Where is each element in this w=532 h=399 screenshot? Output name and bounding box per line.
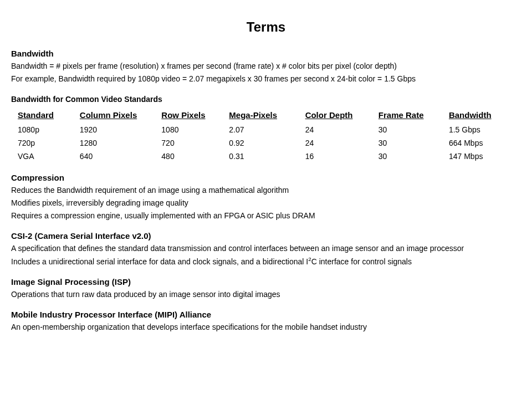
- cell-standard: VGA: [18, 150, 80, 163]
- cell-depth: 16: [305, 150, 378, 163]
- bandwidth-heading: Bandwidth: [11, 49, 521, 58]
- cell-rate: 30: [378, 150, 449, 163]
- compression-line: Modifies pixels, irreversibly degrading …: [11, 197, 521, 208]
- cell-bw: 1.5 Gbps: [449, 123, 516, 136]
- cell-standard: 1080p: [18, 123, 80, 136]
- cell-depth: 24: [305, 123, 378, 136]
- table-row: 1080p 1920 1080 2.07 24 30 1.5 Gbps: [18, 123, 516, 136]
- csi2-text: Includes a unidirectional serial interfa…: [11, 257, 308, 266]
- cell-bw: 147 Mbps: [449, 150, 516, 163]
- table-row: VGA 640 480 0.31 16 30 147 Mbps: [18, 150, 516, 163]
- mipi-heading: Mobile Industry Processor Interface (MIP…: [11, 310, 521, 319]
- compression-heading: Compression: [11, 173, 521, 182]
- table-header-row: Standard Column Pixels Row Pixels Mega-P…: [18, 107, 516, 123]
- th-color-depth: Color Depth: [305, 107, 378, 123]
- compression-line: Requires a compression engine, usually i…: [11, 210, 521, 221]
- th-mega-pixels: Mega-Pixels: [229, 107, 305, 123]
- isp-heading: Image Signal Processing (ISP): [11, 277, 521, 287]
- bandwidth-formula: Bandwidth = # pixels per frame (resoluti…: [11, 60, 521, 71]
- cell-mp: 2.07: [229, 123, 305, 136]
- th-row-pixels: Row Pixels: [161, 107, 229, 123]
- th-column-pixels: Column Pixels: [80, 107, 161, 123]
- cell-col-px: 1280: [80, 136, 161, 150]
- th-bandwidth: Bandwidth: [449, 107, 516, 123]
- csi2-heading: CSI-2 (Camera Serial Interface v2.0): [11, 231, 521, 241]
- bandwidth-table: Standard Column Pixels Row Pixels Mega-P…: [18, 107, 516, 163]
- cell-rate: 30: [378, 123, 449, 136]
- cell-row-px: 1080: [161, 123, 229, 136]
- bandwidth-example: For example, Bandwidth required by 1080p…: [11, 73, 521, 84]
- cell-mp: 0.92: [229, 136, 305, 150]
- cell-rate: 30: [378, 136, 449, 150]
- table-heading: Bandwidth for Common Video Standards: [11, 95, 521, 104]
- th-standard: Standard: [18, 107, 80, 123]
- cell-standard: 720p: [18, 136, 80, 150]
- cell-mp: 0.31: [229, 150, 305, 163]
- cell-col-px: 640: [80, 150, 161, 163]
- table-row: 720p 1280 720 0.92 24 30 664 Mbps: [18, 136, 516, 150]
- isp-line: Operations that turn raw data produced b…: [11, 289, 521, 300]
- page-title: Terms: [11, 19, 521, 35]
- csi2-line: A specification that defines the standar…: [11, 243, 521, 254]
- csi2-text: C interface for control signals: [311, 257, 412, 266]
- cell-row-px: 480: [161, 150, 229, 163]
- cell-bw: 664 Mbps: [449, 136, 516, 150]
- csi2-line: Includes a unidirectional serial interfa…: [11, 256, 521, 267]
- compression-line: Reduces the Bandwidth requirement of an …: [11, 185, 521, 196]
- cell-col-px: 1920: [80, 123, 161, 136]
- cell-row-px: 720: [161, 136, 229, 150]
- mipi-line: An open-membership organization that dev…: [11, 321, 521, 332]
- th-frame-rate: Frame Rate: [378, 107, 449, 123]
- cell-depth: 24: [305, 136, 378, 150]
